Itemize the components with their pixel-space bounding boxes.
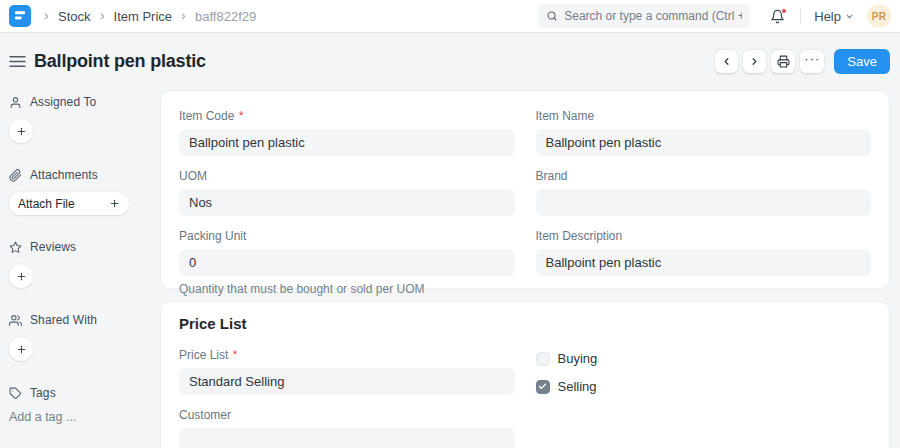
packing-unit-label: Packing Unit [179, 230, 515, 242]
brand-label: Brand [536, 170, 872, 182]
chevron-down-icon [845, 12, 854, 21]
check-icon [538, 382, 547, 391]
uom-field: UOM [179, 170, 515, 216]
chevron-right-icon [93, 12, 112, 21]
page-header: Ballpoint pen plastic ··· Save [0, 33, 900, 90]
shared-with-section: Shared With [9, 313, 130, 361]
prev-document-button[interactable] [715, 50, 738, 73]
add-share-button[interactable] [9, 337, 33, 361]
paperclip-icon [9, 169, 22, 182]
price-list-left-column: Price List * Customer [179, 349, 515, 448]
uom-input[interactable] [179, 189, 515, 216]
price-list-right-column: Buying Selling [536, 349, 872, 448]
price-list-label: Price List * [179, 349, 515, 361]
users-icon [9, 314, 22, 327]
plus-icon [16, 126, 27, 137]
tags-header: Tags [9, 386, 130, 400]
shared-with-header: Shared With [9, 313, 130, 327]
details-right-column: Item Name Brand Item Description [536, 110, 872, 310]
print-button[interactable] [771, 50, 795, 73]
packing-unit-help-text: Quantity that must be bought or sold per… [179, 282, 515, 296]
attachments-section: Attachments Attach File [9, 168, 130, 215]
printer-icon [777, 55, 790, 68]
content: Assigned To Attachments Attach File [0, 90, 900, 448]
item-name-field: Item Name [536, 110, 872, 156]
save-button[interactable]: Save [834, 49, 890, 74]
buying-checkbox[interactable] [536, 352, 550, 366]
page-title: Ballpoint pen plastic [34, 51, 206, 72]
assigned-to-label: Assigned To [30, 95, 96, 109]
price-list-input[interactable] [179, 368, 515, 395]
item-name-label: Item Name [536, 110, 872, 122]
chevron-right-icon [749, 56, 760, 67]
selling-checkbox[interactable] [536, 380, 550, 394]
global-search[interactable] [538, 4, 750, 28]
menu-button[interactable]: ··· [800, 50, 824, 73]
item-description-label: Item Description [536, 230, 872, 242]
details-left-column: Item Code * UOM Packing Unit Quantity th… [179, 110, 515, 310]
search-icon [546, 10, 558, 22]
document-sidebar: Assigned To Attachments Attach File [9, 90, 130, 448]
buying-checkbox-row[interactable]: Buying [536, 351, 872, 366]
required-marker: * [233, 348, 238, 362]
chevron-right-icon [37, 12, 56, 21]
star-icon [9, 241, 22, 254]
plus-icon [16, 271, 27, 282]
required-marker: * [239, 109, 244, 123]
help-label: Help [814, 9, 841, 24]
customer-field: Customer [179, 409, 515, 448]
title-actions: ··· Save [715, 49, 890, 74]
customer-input[interactable] [179, 428, 515, 448]
reviews-label: Reviews [30, 240, 76, 254]
customer-label: Customer [179, 409, 515, 421]
navbar: Stock Item Price baff822f29 Help PR [0, 0, 900, 33]
item-description-input[interactable] [536, 249, 872, 276]
search-input[interactable] [564, 9, 742, 23]
add-review-button[interactable] [9, 264, 33, 288]
sidebar-toggle-icon[interactable] [9, 53, 26, 70]
tags-label: Tags [30, 386, 56, 400]
user-icon [9, 96, 22, 109]
notification-dot [781, 8, 787, 14]
reviews-header: Reviews [9, 240, 130, 254]
breadcrumb-item-price[interactable]: Item Price [114, 9, 173, 24]
uom-label: UOM [179, 170, 515, 182]
selling-label: Selling [558, 379, 597, 394]
selling-checkbox-row[interactable]: Selling [536, 379, 872, 394]
price-list-field: Price List * [179, 349, 515, 395]
help-menu[interactable]: Help [814, 9, 854, 24]
attach-file-label: Attach File [18, 197, 75, 211]
form-area: Item Code * UOM Packing Unit Quantity th… [160, 90, 890, 448]
add-assignment-button[interactable] [9, 119, 33, 143]
price-list-section-title: Price List [179, 315, 871, 332]
chevron-left-icon [721, 56, 732, 67]
shared-with-label: Shared With [30, 313, 97, 327]
item-code-input[interactable] [179, 129, 515, 156]
packing-unit-input[interactable] [179, 249, 515, 276]
attach-file-button[interactable]: Attach File [9, 192, 129, 215]
app-logo-icon[interactable] [9, 5, 31, 27]
user-avatar[interactable]: PR [867, 4, 891, 28]
buying-label: Buying [558, 351, 598, 366]
assigned-to-section: Assigned To [9, 95, 130, 143]
assigned-to-header: Assigned To [9, 95, 130, 109]
ellipsis-icon: ··· [804, 52, 820, 71]
attachments-label: Attachments [30, 168, 98, 182]
brand-input[interactable] [536, 189, 872, 216]
notifications-button[interactable] [768, 7, 787, 26]
plus-icon [16, 344, 27, 355]
breadcrumb: Stock Item Price baff822f29 [37, 9, 256, 24]
plus-icon [109, 198, 120, 209]
item-code-field: Item Code * [179, 110, 515, 156]
breadcrumb-stock[interactable]: Stock [58, 9, 91, 24]
add-tag-input[interactable]: Add a tag ... [9, 410, 130, 424]
next-document-button[interactable] [743, 50, 766, 73]
item-name-input[interactable] [536, 129, 872, 156]
divider [800, 8, 801, 24]
item-description-field: Item Description [536, 230, 872, 276]
breadcrumb-doc-id: baff822f29 [195, 9, 256, 24]
brand-field: Brand [536, 170, 872, 216]
tags-section: Tags Add a tag ... [9, 386, 130, 424]
tag-icon [9, 387, 22, 400]
attachments-header: Attachments [9, 168, 130, 182]
